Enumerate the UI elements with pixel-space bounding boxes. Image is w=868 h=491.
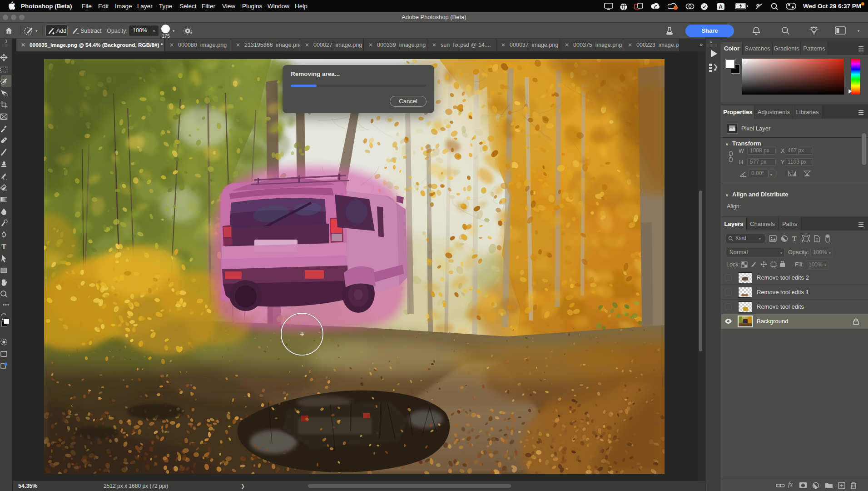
svg-text:T: T bbox=[1, 243, 6, 251]
svg-text:A: A bbox=[719, 4, 723, 10]
